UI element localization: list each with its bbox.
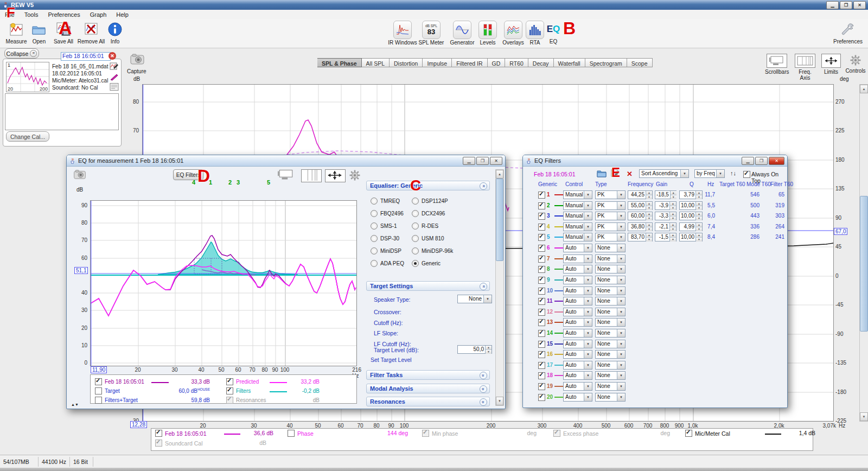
set-target-level-link[interactable]: Set Target Level: [371, 357, 412, 363]
notes-icon[interactable]: [110, 83, 119, 91]
menu-item[interactable]: Graph: [85, 10, 112, 19]
graph-tab[interactable]: SPL & Phase: [317, 58, 362, 67]
spinner-arrows-icon[interactable]: ▲▼: [646, 223, 652, 231]
eq-controls-gear-icon[interactable]: [349, 169, 362, 181]
speaker-type-dropdown[interactable]: None▼: [457, 295, 492, 303]
overlays-button[interactable]: Overlays: [499, 21, 527, 46]
trace-color-pencil-icon[interactable]: [110, 73, 119, 81]
filter-control-dropdown[interactable]: Auto▼: [563, 254, 592, 263]
graph-tab[interactable]: Decay: [528, 58, 554, 67]
filter-enable-checkbox[interactable]: [538, 298, 545, 305]
filter-type-dropdown[interactable]: None▼: [595, 276, 626, 284]
collapse-panel-chevron-icon[interactable]: «: [480, 283, 487, 290]
collapsed-panel-header[interactable]: Modal Analysis «: [366, 384, 490, 393]
filter-control-dropdown[interactable]: Auto▼: [563, 361, 592, 370]
collapse-sidebar-button[interactable]: Collapse «: [4, 48, 39, 59]
change-cal-button[interactable]: Change Cal...: [6, 131, 49, 142]
equaliser-panel-header[interactable]: Equaliser: Generic «: [366, 181, 490, 190]
graph-tab[interactable]: RT60: [505, 58, 528, 67]
legend-checkbox[interactable]: [95, 397, 102, 404]
equaliser-radio-option[interactable]: USM 810: [412, 235, 488, 242]
graph-tab[interactable]: Filtered IR: [452, 58, 487, 67]
filter-enable-checkbox[interactable]: [538, 277, 545, 284]
sort-dropdown[interactable]: Sort Ascending▼: [639, 169, 689, 178]
filter-type-dropdown[interactable]: None▼: [595, 361, 626, 370]
menu-item[interactable]: Help: [111, 10, 133, 19]
graph-tab[interactable]: All SPL: [362, 58, 390, 67]
filter-gain-spinner[interactable]: -3,9▲▼: [655, 201, 676, 210]
equaliser-radio-option[interactable]: TMREQ: [371, 198, 412, 205]
filter-type-dropdown[interactable]: None▼: [595, 244, 626, 252]
ir-windows-button[interactable]: IR Windows: [387, 21, 418, 46]
filter-type-dropdown[interactable]: None▼: [595, 340, 626, 348]
spinner-arrows-icon[interactable]: ▲▼: [669, 223, 676, 231]
edit-notes-icon[interactable]: [110, 62, 119, 70]
filter-enable-checkbox[interactable]: [538, 341, 545, 348]
measurement-close-button[interactable]: ✕: [108, 52, 116, 60]
filter-type-dropdown[interactable]: None▼: [595, 254, 626, 263]
filter-control-dropdown[interactable]: Manual▼: [563, 190, 592, 199]
filter-type-dropdown[interactable]: None▼: [595, 393, 626, 402]
equaliser-radio-option[interactable]: FBQ2496: [371, 210, 412, 217]
filter-type-dropdown[interactable]: PK▼: [595, 222, 626, 231]
equaliser-radio-option[interactable]: ADA PEQ: [371, 260, 412, 267]
filter-type-dropdown[interactable]: PK▼: [595, 212, 626, 220]
collapsed-panel-header[interactable]: Resonances «: [366, 397, 490, 406]
filter-type-dropdown[interactable]: None▼: [595, 350, 626, 359]
filter-type-dropdown[interactable]: None▼: [595, 265, 626, 273]
filter-type-dropdown[interactable]: None▼: [595, 297, 626, 305]
equaliser-radio-option[interactable]: DSP1124P: [412, 198, 488, 205]
filter-control-dropdown[interactable]: Manual▼: [563, 222, 592, 231]
filter-frequency-spinner[interactable]: 36,80▲▼: [628, 222, 653, 231]
spinner-arrows-icon[interactable]: ▲▼: [670, 191, 676, 199]
filter-control-dropdown[interactable]: Auto▼: [563, 297, 592, 305]
sort-direction-icon[interactable]: ↑↓: [730, 170, 736, 176]
scroll-thumb[interactable]: [860, 196, 868, 332]
measurement-name-input[interactable]: Feb 18 16:05:01: [61, 52, 111, 61]
filter-enable-checkbox[interactable]: [538, 256, 545, 263]
scroll-down-arrow[interactable]: ▼: [496, 397, 503, 405]
eq-limits-icon[interactable]: [325, 169, 346, 182]
filter-enable-checkbox[interactable]: [538, 266, 545, 273]
maximize-button[interactable]: ❐: [476, 157, 489, 165]
maximize-button[interactable]: ❐: [755, 157, 768, 165]
target-level-spinner[interactable]: 50,0 ▲▼: [457, 345, 492, 354]
spinner-arrows-icon[interactable]: ▲▼: [485, 346, 492, 353]
legend-checkbox[interactable]: [226, 378, 233, 385]
legend-checkbox[interactable]: [155, 430, 162, 437]
filter-gain-spinner[interactable]: -2,1▲▼: [655, 222, 676, 231]
save-filters-button[interactable]: [597, 169, 607, 177]
close-button[interactable]: ✕: [769, 157, 784, 165]
filter-type-dropdown[interactable]: None▼: [595, 382, 626, 391]
filter-type-dropdown[interactable]: None▼: [595, 329, 626, 338]
legend-checkbox[interactable]: [422, 430, 429, 437]
filter-enable-checkbox[interactable]: [538, 309, 545, 316]
preferences-button[interactable]: Preferences: [831, 21, 865, 44]
filter-frequency-spinner[interactable]: 60,00▲▼: [628, 212, 653, 220]
spinner-arrows-icon[interactable]: ▲▼: [669, 212, 676, 220]
scroll-up-arrow[interactable]: ▲: [860, 85, 868, 93]
filter-control-dropdown[interactable]: Auto▼: [563, 350, 592, 359]
menu-item[interactable]: Tools: [20, 10, 43, 19]
filter-type-dropdown[interactable]: PK▼: [595, 201, 626, 210]
scrollbars-toggle-button[interactable]: Scrollbars: [765, 54, 789, 75]
expand-panel-chevron-icon[interactable]: «: [480, 398, 487, 406]
filter-number-marker[interactable]: 3: [237, 179, 240, 186]
equaliser-radio-option[interactable]: MiniDSP-96k: [412, 247, 488, 254]
expand-panel-chevron-icon[interactable]: «: [480, 372, 487, 379]
filter-control-dropdown[interactable]: Auto▼: [563, 329, 592, 338]
equaliser-radio-option[interactable]: MiniDSP: [371, 247, 412, 254]
filter-enable-checkbox[interactable]: [538, 330, 545, 337]
spinner-arrows-icon[interactable]: ▲▼: [646, 212, 652, 220]
filter-frequency-spinner[interactable]: 55,00▲▼: [628, 201, 653, 210]
filter-number-marker[interactable]: 5: [267, 179, 270, 186]
generator-button[interactable]: Generator: [448, 21, 476, 46]
legend-splitter-handle[interactable]: ▲▼: [71, 403, 79, 406]
close-button[interactable]: ✕: [490, 157, 502, 165]
freq-axis-button[interactable]: Freq. Axis: [793, 54, 817, 81]
filter-enable-checkbox[interactable]: [538, 394, 545, 401]
spinner-arrows-icon[interactable]: ▲▼: [646, 202, 652, 209]
equaliser-radio-option[interactable]: DCX2496: [412, 210, 488, 217]
levels-button[interactable]: Levels: [475, 21, 500, 46]
graph-tab[interactable]: Distortion: [390, 58, 423, 67]
